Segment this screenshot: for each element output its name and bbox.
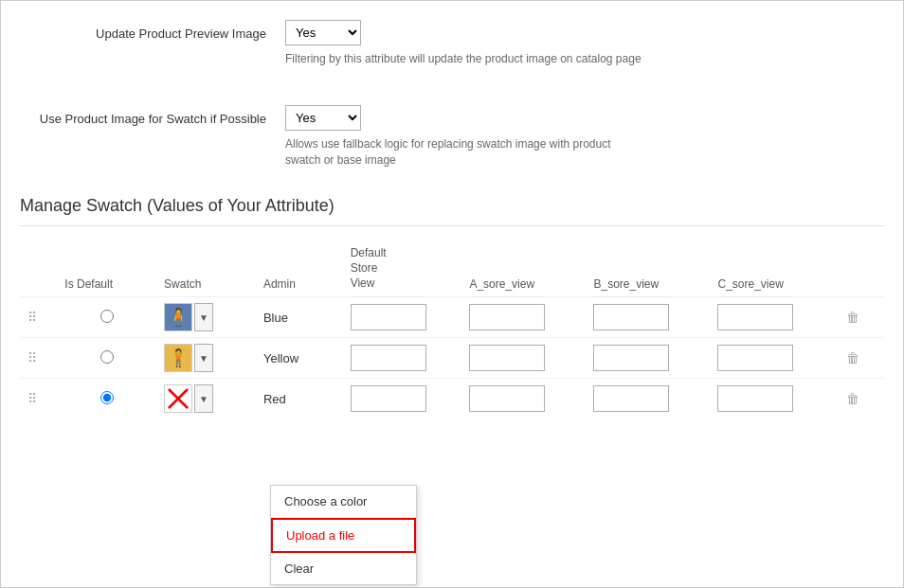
th-default-store-view: DefaultStoreView xyxy=(343,241,462,296)
admin-cell-yellow: Yellow xyxy=(256,338,343,379)
admin-cell-red: Red xyxy=(256,379,343,419)
swatch-dropdown-menu: Choose a color Upload a file Clear xyxy=(270,485,417,585)
th-a-store-view: A_sore_view xyxy=(461,241,586,296)
dsv-input-red[interactable] xyxy=(351,385,426,412)
choose-color-option[interactable]: Choose a color xyxy=(271,486,416,518)
a-store-cell-yellow xyxy=(461,338,586,379)
drag-handle-icon[interactable]: ⠿ xyxy=(27,350,37,365)
is-default-radio-yellow[interactable] xyxy=(100,350,114,364)
admin-value-yellow: Yellow xyxy=(263,351,298,365)
b-store-input-blue[interactable] xyxy=(593,304,669,330)
swatch-thumb-wrapper-yellow: 🧍 ▼ xyxy=(164,344,248,372)
yellow-figure-icon: 🧍 xyxy=(168,347,189,368)
swatch-thumb-blue[interactable]: 🧍 xyxy=(164,303,192,331)
swatch-cell-red: ▼ xyxy=(156,379,256,419)
update-product-preview-label: Update Product Preview Image xyxy=(20,20,285,43)
drag-handle-cell: ⠿ xyxy=(20,379,57,419)
swatch-dropdown-btn-yellow[interactable]: ▼ xyxy=(194,344,213,372)
use-product-image-row: Use Product Image for Swatch if Possible… xyxy=(20,96,884,178)
drag-handle-cell: ⠿ xyxy=(20,338,57,379)
admin-value-red: Red xyxy=(263,392,286,406)
b-store-cell-yellow xyxy=(586,338,710,379)
b-store-input-yellow[interactable] xyxy=(593,345,669,371)
th-b-store-view: B_sore_view xyxy=(586,241,710,296)
c-store-input-yellow[interactable] xyxy=(717,345,793,371)
update-product-preview-select-wrapper: Yes No xyxy=(285,20,884,45)
use-product-image-select-wrapper: Yes No xyxy=(285,105,884,131)
is-default-radio-red[interactable] xyxy=(100,391,114,404)
swatch-cell-yellow: 🧍 ▼ xyxy=(156,338,256,379)
c-store-cell-red xyxy=(710,379,834,419)
c-store-cell-blue xyxy=(710,297,834,338)
a-store-input-blue[interactable] xyxy=(469,304,545,330)
swatch-thumb-wrapper-red: ▼ xyxy=(164,384,248,413)
dsv-input-blue[interactable] xyxy=(351,304,426,330)
use-product-image-field: Yes No Allows use fallback logic for rep… xyxy=(285,105,884,169)
a-store-input-red[interactable] xyxy=(469,385,545,412)
swatch-dropdown-btn-blue[interactable]: ▼ xyxy=(194,303,213,331)
b-store-cell-red xyxy=(586,379,710,419)
table-row: ⠿ 🧍 ▼ Yellow xyxy=(20,338,884,379)
is-default-cell-red xyxy=(57,379,156,419)
a-store-cell-red xyxy=(461,379,586,419)
is-default-cell-blue xyxy=(57,297,156,338)
c-store-input-blue[interactable] xyxy=(717,304,793,330)
th-c-store-view: C_sore_view xyxy=(710,241,834,296)
swatch-dropdown-btn-red[interactable]: ▼ xyxy=(194,384,213,413)
update-product-preview-field: Yes No Filtering by this attribute will … xyxy=(285,20,884,67)
b-store-input-red[interactable] xyxy=(593,385,669,412)
use-product-image-select[interactable]: Yes No xyxy=(285,105,361,131)
admin-value-blue: Blue xyxy=(263,311,288,325)
dsv-cell-yellow xyxy=(343,338,462,379)
delete-cell-yellow: 🗑 xyxy=(835,338,884,379)
swatch-table-header-row: Is Default Swatch Admin DefaultStoreView… xyxy=(20,241,884,296)
use-product-image-help: Allows use fallback logic for replacing … xyxy=(285,136,645,169)
delete-btn-yellow[interactable]: 🗑 xyxy=(842,347,863,369)
a-store-cell-blue xyxy=(461,297,586,338)
swatch-thumb-wrapper-blue: 🧍 ▼ xyxy=(164,303,248,331)
clear-option[interactable]: Clear xyxy=(271,553,416,584)
update-product-preview-help: Filtering by this attribute will update … xyxy=(285,51,645,67)
upload-file-option[interactable]: Upload a file xyxy=(271,518,416,553)
update-product-preview-select[interactable]: Yes No xyxy=(285,20,361,45)
delete-cell-blue: 🗑 xyxy=(835,297,884,338)
is-default-radio-blue[interactable] xyxy=(100,310,114,323)
delete-cell-red: 🗑 xyxy=(835,379,884,419)
a-store-input-yellow[interactable] xyxy=(469,345,545,371)
update-product-preview-row: Update Product Preview Image Yes No Filt… xyxy=(20,10,884,77)
dsv-cell-blue xyxy=(343,297,462,338)
th-drag xyxy=(20,241,57,296)
swatch-table: Is Default Swatch Admin DefaultStoreView… xyxy=(20,241,884,419)
swatch-cell-blue: 🧍 ▼ xyxy=(156,297,256,338)
th-delete xyxy=(835,241,884,296)
swatch-thumb-yellow[interactable]: 🧍 xyxy=(164,344,192,372)
swatch-section-title: Manage Swatch (Values of Your Attribute) xyxy=(20,196,884,216)
th-is-default: Is Default xyxy=(57,241,156,296)
b-store-cell-blue xyxy=(586,297,710,338)
th-swatch: Swatch xyxy=(156,241,256,296)
delete-btn-red[interactable]: 🗑 xyxy=(842,387,863,410)
swatch-section: Manage Swatch (Values of Your Attribute)… xyxy=(20,196,884,419)
dsv-cell-red xyxy=(343,379,462,419)
use-product-image-label: Use Product Image for Swatch if Possible xyxy=(20,105,285,128)
swatch-thumb-red[interactable] xyxy=(164,384,192,413)
drag-handle-icon[interactable]: ⠿ xyxy=(27,310,37,325)
red-cross-svg xyxy=(165,385,191,412)
c-store-input-red[interactable] xyxy=(717,385,793,412)
table-row: ⠿ 🧍 ▼ Blue xyxy=(20,297,884,338)
admin-cell-blue: Blue xyxy=(256,297,343,338)
drag-handle-icon[interactable]: ⠿ xyxy=(27,391,37,406)
swatch-divider xyxy=(20,225,884,226)
th-admin: Admin xyxy=(256,241,343,296)
table-row: ⠿ ▼ xyxy=(20,379,884,419)
delete-btn-blue[interactable]: 🗑 xyxy=(842,306,863,329)
c-store-cell-yellow xyxy=(710,338,834,379)
dsv-input-yellow[interactable] xyxy=(351,345,426,371)
drag-handle-cell: ⠿ xyxy=(20,297,57,338)
is-default-cell-yellow xyxy=(57,338,156,379)
blue-figure-icon: 🧍 xyxy=(168,307,189,328)
